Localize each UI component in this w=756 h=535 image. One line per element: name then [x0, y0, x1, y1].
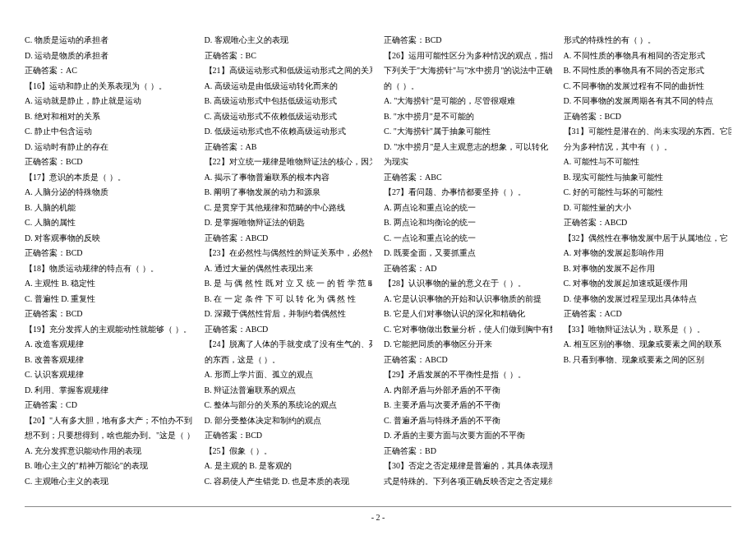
text-line: 【24】脱离了人体的手就变成了没有生气的、死 — [205, 337, 373, 353]
text-line: 【30】否定之否定规律是普遍的，其具体表现形 — [384, 459, 552, 474]
text-line: 分为多种情况，其中有（ ）。 — [564, 140, 732, 155]
text-line: 【32】偶然性在事物发展中居于从属地位，它（ ）。 — [564, 231, 732, 247]
text-line: 【29】矛盾发展的不平衡性是指（ ）。 — [384, 367, 552, 383]
text-line: 【27】看问题、办事情都要坚持（ ）。 — [384, 185, 552, 201]
text-line: D. 使事物的发展过程呈现出具体特点 — [564, 292, 732, 307]
text-line: 为现实 — [384, 155, 552, 170]
text-line: C. 高级运动形式不依赖低级运动形式 — [205, 109, 373, 125]
text-line: D. 低级运动形式也不依赖高级运动形式 — [205, 124, 373, 140]
text-line: 【19】充分发挥人的主观能动性就能够（ ）。 — [25, 322, 193, 338]
text-line: C. 普遍矛盾与特殊矛盾的不平衡 — [384, 413, 552, 429]
text-line: C. 对事物的发展起加速或延缓作用 — [564, 276, 732, 292]
text-line: C. 静止中包含运动 — [25, 124, 193, 140]
text-line: C. 容易使人产生错觉 D. 也是本质的表现 — [205, 474, 373, 490]
text-line: C. "大海捞针"属于抽象可能性 — [384, 124, 552, 140]
text-line: C. 认识客观规律 — [25, 367, 193, 383]
text-line: D. 既要全面，又要抓重点 — [384, 246, 552, 261]
text-line: C. 好的可能性与坏的可能性 — [564, 185, 732, 201]
text-line: B. 阐明了事物发展的动力和源泉 — [205, 185, 373, 201]
text-line: 【31】可能性是潜在的、尚未实现的东西。它区 — [564, 124, 732, 140]
text-line: B. 改善客观规律 — [25, 353, 193, 368]
text-line: D. 运动时有静止的存在 — [25, 140, 193, 155]
footer-rule — [25, 506, 731, 507]
text-line: B. 高级运动形式中包括低级运动形式 — [205, 94, 373, 109]
text-line: 【17】意识的本质是（ ）。 — [25, 170, 193, 186]
text-line: B. "水中捞月"是不可能的 — [384, 109, 552, 125]
text-line: D. 部分受整体决定和制约的观点 — [205, 413, 373, 429]
text-line: A. 两点论和重点论的统一 — [384, 201, 552, 216]
text-line: C. 是贯穿于其他规律和范畴的中心路线 — [205, 201, 373, 216]
text-line: 【25】假象（ ）。 — [205, 444, 373, 459]
text-line: A. 运动就是静止，静止就是运动 — [25, 94, 193, 109]
text-line: C. 不同事物的发展过程有不同的曲折性 — [564, 79, 732, 95]
text-line: 正确答案：BC — [205, 48, 373, 64]
text-line: 正确答案：BCD — [25, 246, 193, 261]
text-line: B. 人脑的机能 — [25, 201, 193, 216]
text-line: 【23】在必然性与偶然性的辩证关系中，必然性 — [205, 246, 373, 261]
text-line: B. 主要矛盾与次要矛盾的不平衡 — [384, 398, 552, 413]
text-line: 正确答案：BCD — [25, 307, 193, 322]
text-line: D. 矛盾的主要方面与次要方面的不平衡 — [384, 428, 552, 444]
text-line: B. 唯心主义的"精神万能论"的表现 — [25, 459, 193, 474]
text-line: D. 可能性量的大小 — [564, 201, 732, 216]
text-line: 【18】物质运动规律的特点有（ ）。 — [25, 261, 193, 277]
text-line: B. 在 一 定 条 件 下 可 以 转 化 为 偶 然 性 — [205, 292, 373, 307]
text-line: D. 运动是物质的承担者 — [25, 48, 193, 64]
text-line: 【16】运动和静止的关系表现为（ ）。 — [25, 79, 193, 95]
text-columns: C. 物质是运动的承担者D. 运动是物质的承担者正确答案：AC【16】运动和静止… — [25, 33, 731, 489]
text-line: A. 人脑分泌的特殊物质 — [25, 185, 193, 201]
text-line: D. 是掌握唯物辩证法的钥匙 — [205, 215, 373, 231]
text-line: D. 客观唯心主义的表现 — [205, 33, 373, 48]
text-line: 【28】认识事物的量的意义在于（ ）。 — [384, 276, 552, 292]
text-line: 正确答案：ABCD — [564, 215, 732, 231]
text-line: A. 形而上学片面、孤立的观点 — [205, 367, 373, 383]
text-line: 【21】高级运动形式和低级运动形式之间的关系是 — [205, 63, 373, 79]
text-line: C. 整体与部分的关系的系统论的观点 — [205, 398, 373, 413]
text-line: C. 它对事物做出数量分析，使人们做到胸中有数 — [384, 322, 552, 338]
text-line: A. 不同性质的事物具有相同的否定形式 — [564, 48, 732, 64]
text-line: A. 可能性与不可能性 — [564, 155, 732, 170]
text-line: 【26】运用可能性区分为多种情况的观点，指出 — [384, 48, 552, 64]
text-line: 正确答案：ABC — [384, 170, 552, 186]
text-line: 【20】"人有多大胆，地有多大产；不怕办不到，就怕 — [25, 413, 193, 429]
text-line: 正确答案：BD — [384, 444, 552, 459]
text-line: 想不到；只要想得到，啥也能办到。"这是（ ）。 — [25, 428, 193, 444]
text-line: 正确答案：AB — [205, 140, 373, 155]
text-line: A. 内部矛盾与外部矛盾的不平衡 — [384, 383, 552, 399]
text-line: A. 主观性 B. 稳定性 — [25, 276, 193, 292]
text-line: D. "水中捞月"是人主观意志的想象，可以转化 — [384, 140, 552, 155]
text-line: 【33】唯物辩证法认为，联系是（ ）。 — [564, 322, 732, 338]
text-line: C. 物质是运动的承担者 — [25, 33, 193, 48]
text-line: A. 高级运动是由低级运动转化而来的 — [205, 79, 373, 95]
text-line: 正确答案：ABCD — [384, 353, 552, 368]
text-line: 正确答案：ABCD — [205, 231, 373, 247]
text-line: C. 主观唯心主义的表现 — [25, 474, 193, 490]
text-line: D. 深藏于偶然性背后，并制约着偶然性 — [205, 307, 373, 322]
text-line: A. 对事物的发展起影响作用 — [564, 246, 732, 261]
text-line: 正确答案：ACD — [564, 307, 732, 322]
text-line: C. 人脑的属性 — [25, 215, 193, 231]
text-line: B. 两点论和均衡论的统一 — [384, 215, 552, 231]
text-line: 式是特殊的。下列各项正确反映否定之否定规律表现 — [384, 474, 552, 490]
text-line: D. 不同事物的发展周期各有其不同的特点 — [564, 94, 732, 109]
text-line: D. 它能把同质的事物区分开来 — [384, 337, 552, 353]
text-line: A. 揭示了事物普遍联系的根本内容 — [205, 170, 373, 186]
text-line: 正确答案：AD — [384, 261, 552, 277]
text-line: 的东西，这是（ ）。 — [205, 353, 373, 368]
page-number: - 2 - — [0, 513, 756, 522]
text-line: B. 不同性质的事物具有不同的否定形式 — [564, 63, 732, 79]
text-line: D. 利用、掌握客观规律 — [25, 383, 193, 399]
text-line: B. 它是人们对事物认识的深化和精确化 — [384, 307, 552, 322]
text-line: D. 对客观事物的反映 — [25, 231, 193, 247]
text-line: 下列关于"大海捞针"与"水中捞月"的说法中正确 — [384, 63, 552, 79]
text-line: 的（ ）。 — [384, 79, 552, 95]
text-line: A. 改造客观规律 — [25, 337, 193, 353]
text-line: A. 相互区别的事物、现象或要素之间的联系 — [564, 337, 732, 353]
text-line: C. 一点论和重点论的统一 — [384, 231, 552, 247]
text-line: 【22】对立统一规律是唯物辩证法的核心，因为它 — [205, 155, 373, 170]
text-line: A. 它是认识事物的开始和认识事物质的前提 — [384, 292, 552, 307]
text-line: A. 通过大量的偶然性表现出来 — [205, 261, 373, 277]
text-line: B. 只看到事物、现象或要素之间的区别 — [564, 353, 732, 368]
document-page: C. 物质是运动的承担者D. 运动是物质的承担者正确答案：AC【16】运动和静止… — [0, 0, 756, 535]
text-line: 正确答案：BCD — [384, 33, 552, 48]
